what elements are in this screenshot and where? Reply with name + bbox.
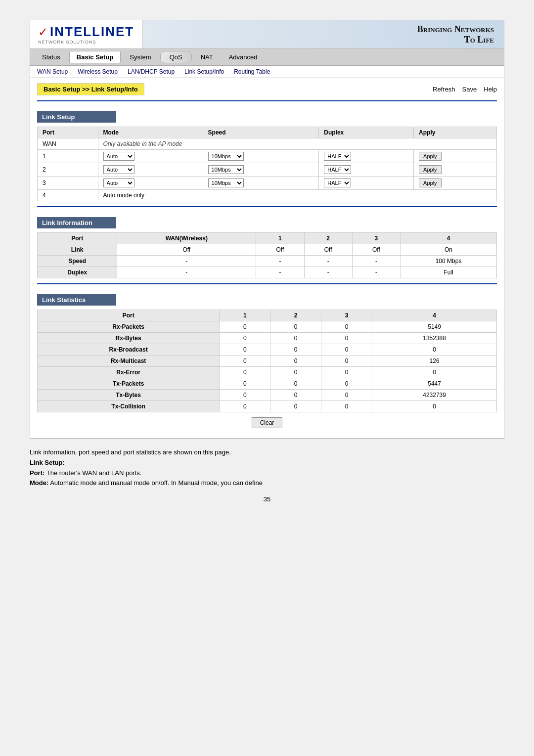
li-link-label: Link [38, 244, 117, 256]
sub-nav-wireless-setup[interactable]: Wireless Setup [78, 68, 118, 75]
li-speed-2: - [304, 256, 352, 267]
ls-rxbytes-4: 1352388 [372, 333, 497, 344]
ls-txpackets-2: 0 [270, 378, 321, 390]
speed-2[interactable]: 10Mbps 100Mbps [203, 163, 319, 177]
ls-rxerror-2: 0 [270, 367, 321, 378]
ls-rxerror-3: 0 [321, 367, 372, 378]
mode-label: Mode: [30, 479, 48, 487]
speed-1[interactable]: 10Mbps 100Mbps [203, 150, 319, 163]
page-number: 35 [30, 495, 504, 503]
refresh-button[interactable]: Refresh [433, 86, 455, 93]
li-col-3: 3 [352, 233, 400, 244]
nav-status[interactable]: Status [35, 51, 67, 63]
li-col-1: 1 [256, 233, 304, 244]
speed-3[interactable]: 10Mbps 100Mbps [203, 177, 319, 190]
ls-col-3: 3 [321, 310, 372, 321]
ls-rxerror-4: 0 [372, 367, 497, 378]
ls-rxerror-1: 0 [220, 367, 270, 378]
table-row: Tx-Packets 0 0 0 5447 [38, 378, 497, 390]
li-speed-wan: - [117, 256, 256, 267]
ls-rxbroadcast-2: 0 [270, 344, 321, 356]
logo-section: ✓ INTELLINET NETWORK SOLUTIONS [30, 20, 142, 48]
ls-txbytes-2: 0 [270, 390, 321, 401]
li-link-1: Off [256, 244, 304, 256]
port-text: The router's WAN and LAN ports. [46, 469, 142, 477]
apply-2[interactable]: Apply [414, 163, 497, 177]
ls-txpackets-1: 0 [220, 378, 270, 390]
nav-nat[interactable]: NAT [194, 51, 220, 63]
li-link-3: Off [352, 244, 400, 256]
ls-txbytes-label: Tx-Bytes [38, 390, 220, 401]
apply-1[interactable]: Apply [414, 150, 497, 163]
ls-txpackets-label: Tx-Packets [38, 378, 220, 390]
nav-qos[interactable]: QoS [160, 51, 192, 63]
ls-rxpackets-2: 0 [270, 321, 321, 333]
apply-button-1[interactable]: Apply [419, 152, 442, 161]
help-button[interactable]: Help [484, 86, 497, 93]
save-button[interactable]: Save [462, 86, 477, 93]
table-row: Speed - - - - 100 Mbps [38, 256, 497, 267]
duplex-select-1[interactable]: HALF FULL [324, 152, 351, 161]
li-speed-3: - [352, 256, 400, 267]
mode-1[interactable]: Auto Manual [98, 150, 203, 163]
li-speed-1: - [256, 256, 304, 267]
duplex-3[interactable]: HALF FULL [319, 177, 414, 190]
sub-nav-link-setup[interactable]: Link Setup/Info [184, 68, 224, 75]
brand-line1: Bringing Networks [417, 24, 494, 35]
li-duplex-4: Full [400, 267, 497, 278]
mode-select-1[interactable]: Auto Manual [103, 152, 134, 161]
duplex-1[interactable]: HALF FULL [319, 150, 414, 163]
breadcrumb-bar: Basic Setup >> Link Setup/Info Refresh S… [37, 83, 497, 95]
ls-rxbroadcast-label: Rx-Broadcast [38, 344, 220, 356]
table-row: Rx-Error 0 0 0 0 [38, 367, 497, 378]
brand-line2: To Life [417, 35, 494, 45]
link-setup-table: Port Mode Speed Duplex Apply WAN Only av… [37, 127, 497, 201]
port-3: 3 [38, 177, 98, 190]
speed-select-2[interactable]: 10Mbps 100Mbps [208, 165, 244, 174]
table-row: Link Off Off Off Off On [38, 244, 497, 256]
table-row: 3 Auto Manual 10Mbps 100Mbps [38, 177, 497, 190]
sub-nav-routing[interactable]: Routing Table [234, 68, 270, 75]
apply-button-3[interactable]: Apply [419, 178, 442, 187]
mode-2[interactable]: Auto Manual [98, 163, 203, 177]
ls-txbytes-4: 4232739 [372, 390, 497, 401]
duplex-select-2[interactable]: HALF FULL [324, 165, 351, 174]
table-row: Rx-Packets 0 0 0 5149 [38, 321, 497, 333]
port-4: 4 [38, 190, 98, 201]
wan-note: Only available in the AP mode [98, 138, 496, 150]
ls-rxpackets-label: Rx-Packets [38, 321, 220, 333]
table-row: Tx-Bytes 0 0 0 4232739 [38, 390, 497, 401]
sub-nav-lan-dhcp[interactable]: LAN/DHCP Setup [128, 68, 175, 75]
li-duplex-1: - [256, 267, 304, 278]
ls-rxmulticast-1: 0 [220, 356, 270, 367]
nav-system[interactable]: System [123, 51, 158, 63]
clear-button[interactable]: Clear [252, 417, 283, 428]
mode-3[interactable]: Auto Manual [98, 177, 203, 190]
li-duplex-2: - [304, 267, 352, 278]
table-row: Duplex - - - - Full [38, 267, 497, 278]
col-speed: Speed [203, 127, 319, 138]
mode-select-2[interactable]: Auto Manual [103, 165, 134, 174]
table-row: 1 Auto Manual 10Mbps 100Mbps [38, 150, 497, 163]
nav-advanced[interactable]: Advanced [222, 51, 265, 63]
nav-basic-setup[interactable]: Basic Setup [69, 51, 121, 63]
ls-txpackets-3: 0 [321, 378, 372, 390]
breadcrumb: Basic Setup >> Link Setup/Info [37, 83, 144, 95]
apply-button-2[interactable]: Apply [419, 165, 442, 174]
speed-select-1[interactable]: 10Mbps 100Mbps [208, 152, 244, 161]
link-info-header: Link Information [37, 217, 116, 228]
ls-col-4: 4 [372, 310, 497, 321]
duplex-select-3[interactable]: HALF FULL [324, 178, 351, 187]
mode-select-3[interactable]: Auto Manual [103, 178, 134, 187]
li-col-wan: WAN(Wireless) [117, 233, 256, 244]
li-col-4: 4 [400, 233, 497, 244]
sub-nav-wan-setup[interactable]: WAN Setup [37, 68, 68, 75]
apply-3[interactable]: Apply [414, 177, 497, 190]
ls-rxpackets-3: 0 [321, 321, 372, 333]
duplex-2[interactable]: HALF FULL [319, 163, 414, 177]
link-setup-header: Link Setup [37, 111, 116, 123]
speed-select-3[interactable]: 10Mbps 100Mbps [208, 178, 244, 187]
intellinet-logo-text: INTELLINET [50, 24, 134, 40]
link-stats-table: Port 1 2 3 4 Rx-Packets 0 0 0 5149 Rx-By… [37, 310, 497, 412]
header: ✓ INTELLINET NETWORK SOLUTIONS Bringing … [30, 20, 504, 49]
